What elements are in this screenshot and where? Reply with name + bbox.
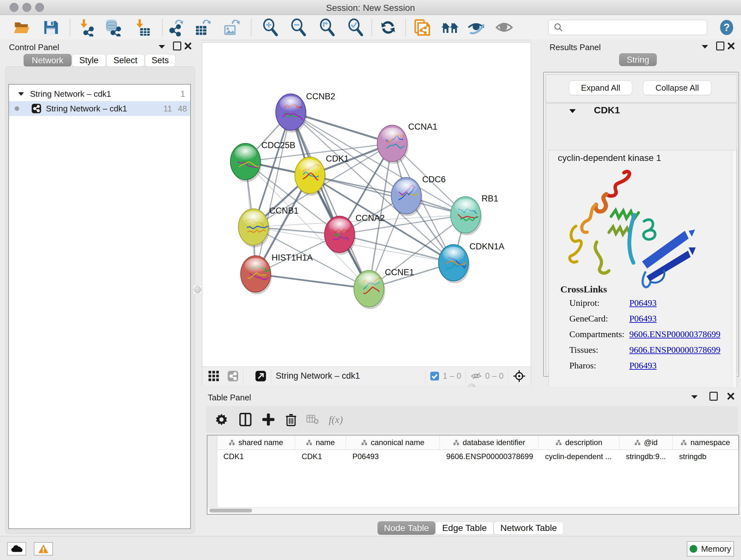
import-network-from-database-icon[interactable] <box>104 18 122 37</box>
open-session-icon[interactable] <box>13 18 31 37</box>
table-cell[interactable]: stringdb:9... <box>619 450 673 463</box>
tab-node-table[interactable]: Node Table <box>378 521 435 535</box>
network-edge[interactable] <box>256 274 369 289</box>
grid-mode-icon[interactable] <box>208 370 219 382</box>
control-panel-float-icon[interactable] <box>172 41 182 51</box>
column-header-name[interactable]: name <box>295 435 346 449</box>
memory-button[interactable]: Memory <box>687 541 734 557</box>
crosslink-row: Compartments:9606.ENSP00000378699 <box>569 329 723 339</box>
birdseye-crosshair-icon[interactable] <box>513 370 526 382</box>
gene-section-collapse-icon[interactable] <box>569 109 576 114</box>
tab-network-table[interactable]: Network Table <box>494 521 563 535</box>
tab-edge-table[interactable]: Edge Table <box>435 521 494 535</box>
zoom-out-icon[interactable] <box>289 18 308 37</box>
control-panel-close-icon[interactable] <box>183 41 193 51</box>
import-network-icon[interactable] <box>77 18 96 37</box>
table-cell[interactable]: cyclin-dependent ... <box>539 450 619 463</box>
table-cell[interactable]: CDK1 <box>295 450 346 463</box>
gene-description: cyclin-dependent kinase 1 <box>558 153 661 163</box>
warnings-button[interactable] <box>34 542 53 556</box>
column-header-namespace[interactable]: namespace <box>673 435 738 449</box>
show-columns-icon[interactable] <box>239 413 252 426</box>
zoom-fit-icon[interactable] <box>318 18 337 37</box>
column-header-database-identifier[interactable]: database identifier <box>440 435 539 449</box>
column-header-shared-name[interactable]: shared name <box>217 435 295 449</box>
apply-layout-icon[interactable] <box>379 18 397 37</box>
import-table-icon[interactable] <box>133 18 151 37</box>
network-node-CDC25B[interactable]: CDC25B <box>230 140 295 182</box>
export-network-icon[interactable] <box>166 18 185 37</box>
results-panel-close-icon[interactable] <box>726 41 736 51</box>
table-panel-menu-icon[interactable] <box>690 392 699 401</box>
table-cell[interactable]: stringdb <box>673 450 738 463</box>
table-cell[interactable]: CDK1 <box>217 450 295 463</box>
network-node-CDKN1A[interactable]: CDKN1A <box>439 242 504 283</box>
tab-network[interactable]: Network <box>23 54 71 67</box>
collapse-all-button[interactable]: Collapse All <box>643 80 711 95</box>
column-header-@id[interactable]: @id <box>619 435 673 449</box>
table-panel-float-icon[interactable] <box>709 391 718 401</box>
table-panel: Table Panel f(x) shared namenamecanonica… <box>202 387 741 536</box>
results-vscrollbar[interactable] <box>732 150 737 398</box>
crosslink-row: Pharos:P06493 <box>569 361 723 371</box>
expand-all-button[interactable]: Expand All <box>569 80 632 95</box>
cloud-status-button[interactable] <box>7 542 26 556</box>
tab-style[interactable]: Style <box>72 54 106 67</box>
table-panel-close-icon[interactable] <box>726 391 736 401</box>
network-type-icon <box>31 104 42 114</box>
selected-checkbox-icon[interactable] <box>430 371 440 381</box>
crosslink-link[interactable]: P06493 <box>629 314 657 324</box>
function-builder-icon[interactable]: f(x) <box>329 414 343 426</box>
network-thumbnail-icon[interactable] <box>227 370 239 382</box>
table-header-row: shared namenamecanonical namedatabase id… <box>217 435 738 450</box>
zoom-selected-icon[interactable] <box>347 18 365 37</box>
create-column-icon[interactable] <box>262 414 274 426</box>
save-session-icon[interactable] <box>42 18 60 37</box>
control-panel-menu-icon[interactable] <box>157 42 166 51</box>
table-hscrollbar[interactable] <box>208 507 738 513</box>
collection-expand-icon[interactable] <box>18 91 24 96</box>
clone-network-icon[interactable] <box>413 18 431 37</box>
crosslink-row: GeneCard:P06493 <box>569 314 723 324</box>
network-node-HIST1H1A[interactable]: HIST1H1A <box>241 253 313 294</box>
delete-table-icon[interactable] <box>307 414 319 425</box>
column-type-icon <box>634 440 641 445</box>
column-header-canonical-name[interactable]: canonical name <box>346 435 440 449</box>
zoom-in-icon[interactable] <box>261 18 280 37</box>
crosslink-link[interactable]: P06493 <box>629 298 657 308</box>
crosslink-label: Compartments: <box>569 329 629 339</box>
network-node-CCNE1[interactable]: CCNE1 <box>354 267 414 309</box>
column-type-icon <box>361 440 367 445</box>
detach-view-icon[interactable] <box>255 370 266 382</box>
network-canvas[interactable]: CCNB2CCNA1CDC25BCDK1CDC6RB1CCNB1CCNA2CDK… <box>202 43 531 366</box>
network-node-CDC6[interactable]: CDC6 <box>391 175 446 216</box>
results-panel-menu-icon[interactable] <box>700 42 710 51</box>
delete-column-icon[interactable] <box>285 413 297 426</box>
tab-sets[interactable]: Sets <box>145 54 176 67</box>
hide-selected-icon[interactable] <box>467 18 485 37</box>
protein-structure-image <box>562 167 705 301</box>
crosslink-link[interactable]: 9606.ENSP00000378699 <box>629 329 720 339</box>
export-table-icon[interactable] <box>193 18 212 37</box>
hidden-counts: 0 – 0 <box>485 371 503 381</box>
table-gear-icon[interactable] <box>215 413 228 426</box>
results-panel-float-icon[interactable] <box>716 41 725 51</box>
tab-select[interactable]: Select <box>106 54 145 67</box>
network-collection-row[interactable]: String Network – cdk1 1 <box>9 84 190 101</box>
left-divider-grip[interactable] <box>193 285 202 294</box>
search-input[interactable] <box>566 22 707 33</box>
network-row-selected[interactable]: String Network – cdk1 11 48 <box>9 101 190 116</box>
table-cell[interactable]: P06493 <box>346 450 440 463</box>
table-cell[interactable]: 9606.ENSP00000378699 <box>440 450 539 463</box>
help-icon[interactable]: ? <box>718 18 736 37</box>
network-node-RB1[interactable]: RB1 <box>451 194 498 235</box>
tab-string[interactable]: String <box>619 53 657 66</box>
show-all-icon[interactable] <box>495 18 514 37</box>
export-image-icon[interactable] <box>222 18 240 37</box>
column-header-description[interactable]: description <box>539 435 619 449</box>
crosslink-link[interactable]: 9606.ENSP00000378699 <box>629 345 720 355</box>
column-header-label: name <box>316 438 335 447</box>
houses-icon[interactable] <box>441 18 459 37</box>
table-row[interactable]: CDK1CDK1P064939606.ENSP00000378699cyclin… <box>217 450 738 463</box>
crosslink-link[interactable]: P06493 <box>629 361 657 371</box>
